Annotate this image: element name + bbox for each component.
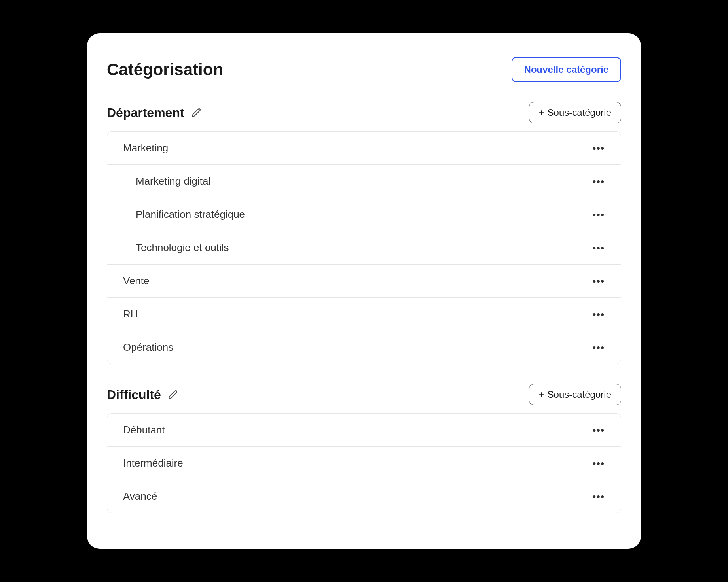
more-icon[interactable]: ••• [593,176,605,187]
section-title-wrap: Département [107,106,201,120]
list-item-label: Intermédiaire [123,457,183,469]
add-subcategory-button[interactable]: + Sous-catégorie [529,102,621,123]
list-item[interactable]: Opérations ••• [107,331,621,364]
list-item[interactable]: Technologie et outils ••• [107,231,621,265]
list-item-label: Avancé [123,490,157,503]
add-subcategory-button[interactable]: + Sous-catégorie [529,384,621,405]
more-icon[interactable]: ••• [593,276,605,287]
page-title: Catégorisation [107,60,223,79]
more-icon[interactable]: ••• [593,342,605,353]
list-item-label: Planification stratégique [136,208,245,221]
more-icon[interactable]: ••• [593,209,605,220]
section-title: Département [107,106,184,120]
list-item[interactable]: Intermédiaire ••• [107,447,621,480]
card-header: Catégorisation Nouvelle catégorie [107,57,621,82]
list-item[interactable]: Vente ••• [107,265,621,298]
list-item-label: Marketing [123,142,168,154]
more-icon[interactable]: ••• [593,309,605,320]
new-category-button[interactable]: Nouvelle catégorie [512,57,621,82]
list-item[interactable]: Avancé ••• [107,480,621,513]
section-header-departement: Département + Sous-catégorie [107,102,621,123]
list-item-label: Opérations [123,341,173,353]
list-item-label: Vente [123,275,150,287]
edit-icon[interactable] [191,108,201,117]
add-subcategory-label: Sous-catégorie [548,107,611,118]
more-icon[interactable]: ••• [593,242,605,253]
section-header-difficulte: Difficulté + Sous-catégorie [107,384,621,405]
section-title-wrap: Difficulté [107,387,178,402]
list-item[interactable]: Débutant ••• [107,414,621,447]
plus-icon: + [539,390,544,399]
list-item-label: Technologie et outils [136,242,229,254]
list-item-label: Débutant [123,424,165,436]
list-item-label: Marketing digital [136,175,210,187]
more-icon[interactable]: ••• [593,491,605,502]
edit-icon[interactable] [168,390,178,399]
more-icon[interactable]: ••• [593,458,605,469]
add-subcategory-label: Sous-catégorie [548,389,611,400]
list-item[interactable]: Marketing ••• [107,132,621,165]
plus-icon: + [539,108,544,117]
categorization-card: Catégorisation Nouvelle catégorie Départ… [87,33,641,549]
category-list-difficulte: Débutant ••• Intermédiaire ••• Avancé ••… [107,413,621,513]
list-item[interactable]: Planification stratégique ••• [107,198,621,231]
list-item-label: RH [123,308,138,320]
list-item[interactable]: Marketing digital ••• [107,165,621,198]
more-icon[interactable]: ••• [593,425,605,436]
list-item[interactable]: RH ••• [107,298,621,331]
more-icon[interactable]: ••• [593,143,605,154]
section-title: Difficulté [107,387,161,402]
category-list-departement: Marketing ••• Marketing digital ••• Plan… [107,131,621,364]
